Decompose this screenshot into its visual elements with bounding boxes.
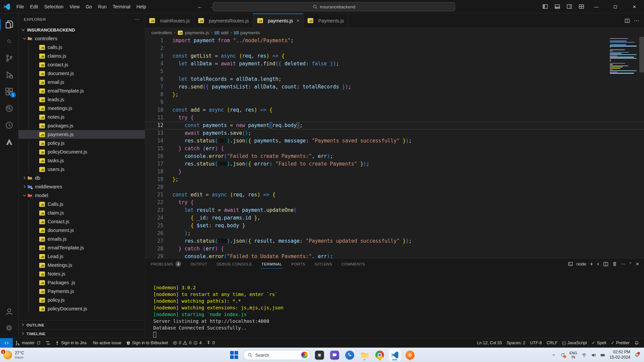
tree-item-emailTemplate-js[interactable]: JSemailTemplate.js: [18, 86, 145, 95]
weather-widget[interactable]: 1 27°C Haze: [0, 351, 74, 359]
close-tab-icon[interactable]: ×: [297, 18, 299, 23]
panel-more-icon[interactable]: ⋯: [621, 261, 625, 266]
panel-tab-gitlens[interactable]: GITLENS: [314, 258, 333, 269]
status-master[interactable]: master: [13, 338, 43, 348]
terminal-output[interactable]: [nodemon] 3.0.2[nodemon] to restart at a…: [145, 269, 644, 338]
panel-tab-debug-console[interactable]: DEBUG CONSOLE: [216, 258, 253, 269]
tree-item-document-js[interactable]: JSdocument.js: [18, 69, 145, 78]
terminal-profile-label[interactable]: node: [577, 261, 586, 266]
menu-go[interactable]: Go: [83, 2, 95, 11]
taskbar-app-chrome[interactable]: [374, 349, 386, 361]
tree-item-Contact-js[interactable]: JSContact.js: [18, 217, 145, 226]
breadcrumb-item-controllers[interactable]: controllers: [151, 30, 172, 35]
minimize-button[interactable]: —: [587, 0, 606, 13]
tree-item-Payments-js[interactable]: JSPayments.js: [18, 287, 145, 296]
tree-item-middlewares[interactable]: ★middlewares: [18, 182, 145, 191]
activity-settings-gear[interactable]: ⚙: [0, 320, 18, 337]
panel-tab-problems[interactable]: PROBLEMS4: [150, 258, 182, 269]
tab-payments.js[interactable]: JSpayments.js×: [253, 13, 304, 28]
tree-item-Calls-js[interactable]: JSCalls.js: [18, 200, 145, 208]
start-button[interactable]: [228, 349, 240, 361]
breadcrumb-item-add[interactable]: [@]add: [214, 30, 228, 35]
status-ln-12--col-33[interactable]: Ln 12, Col 33: [475, 338, 504, 348]
activity-explorer[interactable]: [0, 16, 18, 33]
status-spell[interactable]: ✓Spell: [589, 338, 608, 348]
tree-item-policyDocument-js[interactable]: JSpolicyDocument.js: [18, 304, 145, 313]
taskbar-app-dark[interactable]: [313, 349, 325, 361]
maximize-button[interactable]: [606, 0, 625, 13]
split-terminal-icon[interactable]: [603, 261, 608, 267]
tree-item-packages-js[interactable]: JSpackages.js: [18, 121, 145, 130]
panel-tab-output[interactable]: OUTPUT: [190, 258, 208, 269]
section-outline[interactable]: OUTLINE: [18, 320, 145, 329]
tree-item-emails-js[interactable]: JSemails.js: [18, 235, 145, 243]
onedrive-sync-icon[interactable]: [560, 353, 565, 357]
tree-item-controllers[interactable]: ⚙controllers: [18, 34, 145, 43]
panel-tab-ports[interactable]: PORTS: [291, 258, 306, 269]
menu-help[interactable]: Help: [133, 2, 149, 11]
tree-item-Packages--js[interactable]: JSPackages .js: [18, 278, 145, 287]
status-sign-in-to-jira[interactable]: Sign in to Jira: [53, 338, 89, 348]
taskbar-search[interactable]: Search: [243, 350, 310, 360]
explorer-more-icon[interactable]: ⋯: [135, 16, 140, 22]
taskbar-app-vscode[interactable]: [389, 349, 401, 361]
menu-run[interactable]: Run: [95, 2, 110, 11]
toggle-sidebar-icon[interactable]: [540, 2, 550, 11]
tree-item-policyDocument-js[interactable]: JSpolicyDocument.js: [18, 147, 145, 156]
status-no-active-issue[interactable]: No active issue: [89, 338, 124, 348]
maximize-panel-icon[interactable]: ⌃: [629, 262, 632, 266]
tree-item-document-js[interactable]: JSdocument.js: [18, 226, 145, 235]
code-editor[interactable]: 1import payment from "../model/Payments"…: [145, 37, 644, 258]
tree-item-calls-js[interactable]: JScalls.js: [18, 43, 145, 52]
hidden-icons-chevron-icon[interactable]: [551, 353, 556, 357]
tab-Payments.js[interactable]: JSPayments.js: [304, 13, 348, 28]
minimap[interactable]: [610, 38, 639, 74]
tree-item-claims-js[interactable]: JSclaims.js: [18, 52, 145, 60]
tree-item-meetings-js[interactable]: JSmeetings.js: [18, 104, 145, 113]
tree-item-email-js[interactable]: JSemail.js: [18, 78, 145, 86]
breadcrumb-item-payments[interactable]: [@]payments: [234, 30, 260, 35]
back-arrow-icon[interactable]: ←: [197, 4, 203, 10]
activity-extensions[interactable]: 1: [0, 83, 18, 100]
tree-item-Lead-js[interactable]: JSLead.js: [18, 252, 145, 261]
menu-view[interactable]: View: [66, 2, 83, 11]
panel-tab-terminal[interactable]: TERMINAL: [261, 258, 282, 269]
status-compare[interactable]: [43, 338, 53, 348]
tree-item-users-js[interactable]: JSusers.js: [18, 165, 145, 174]
breadcrumb-item-payments-js[interactable]: JSpayments.js: [177, 30, 209, 35]
new-terminal-icon[interactable]: +: [590, 261, 593, 267]
tree-item-Meetings-js[interactable]: JSMeetings.js: [18, 261, 145, 269]
panel-tab-comments[interactable]: COMMENTS: [341, 258, 366, 269]
split-editor-icon[interactable]: [625, 18, 630, 23]
status-utf-8[interactable]: UTF-8: [528, 338, 544, 348]
close-button[interactable]: ✕: [625, 0, 644, 13]
tree-item-model[interactable]: ▤model: [18, 191, 145, 200]
command-center-search[interactable]: insurancebackend: [213, 2, 455, 11]
status-prettier[interactable]: ✓Prettier: [608, 338, 632, 348]
status-ports[interactable]: 0: [204, 338, 217, 348]
menu-file[interactable]: File: [13, 2, 27, 11]
toggle-secondary-sidebar-icon[interactable]: [564, 2, 574, 11]
section-timeline[interactable]: TIMELINE: [18, 329, 145, 338]
activity-run-debug[interactable]: [0, 66, 18, 83]
tree-item-Notes-js[interactable]: JSNotes.js: [18, 269, 145, 278]
tree-item-db[interactable]: ≡db: [18, 174, 145, 182]
tree-item-claim-js[interactable]: JSclaim.js: [18, 208, 145, 217]
activity-atlassian[interactable]: [0, 133, 18, 150]
menu-edit[interactable]: Edit: [27, 2, 41, 11]
toggle-panel-icon[interactable]: [552, 2, 562, 11]
tab-paymentsRoutes.js[interactable]: JSpaymentsRoutes.js: [194, 13, 253, 28]
editor-more-icon[interactable]: ⋯: [634, 17, 639, 24]
status-javascript[interactable]: { }JavaScript: [560, 338, 589, 348]
tree-item-payments-js[interactable]: JSpayments.js: [18, 130, 145, 139]
notification-bell-icon[interactable]: [635, 353, 639, 357]
remote-indicator[interactable]: [0, 338, 13, 348]
activity-gitlens[interactable]: [0, 117, 18, 133]
tree-item-tasks-js[interactable]: JStasks.js: [18, 156, 145, 165]
wifi-icon[interactable]: [582, 353, 587, 358]
tree-root-folder[interactable]: INSURANCEBACKEND: [18, 25, 145, 34]
activity-account[interactable]: [0, 303, 18, 320]
taskbar-app-chat[interactable]: [328, 349, 340, 361]
kill-terminal-icon[interactable]: [612, 261, 617, 266]
battery-icon[interactable]: [600, 353, 605, 358]
